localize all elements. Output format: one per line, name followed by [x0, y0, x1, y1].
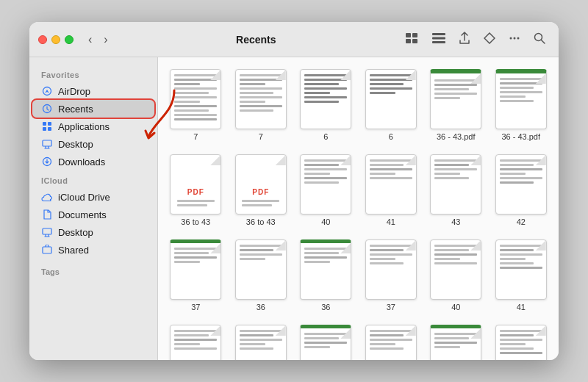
- file-label: 37: [387, 303, 395, 311]
- list-item[interactable]: 36 - 43.pdf: [426, 66, 487, 144]
- svg-point-9: [517, 37, 520, 39]
- list-item[interactable]: 36: [295, 237, 356, 314]
- list-item[interactable]: 7: [165, 66, 226, 144]
- file-thumbnail: [170, 69, 221, 129]
- list-item[interactable]: 37: [361, 237, 422, 314]
- sidebar-item-desktop-icloud-label: Desktop: [58, 227, 93, 238]
- sidebar-item-downloads-label: Downloads: [58, 156, 105, 167]
- list-item[interactable]: 40: [295, 151, 356, 229]
- applications-icon: [41, 120, 53, 132]
- file-thumbnail: [430, 325, 481, 360]
- file-label: 6: [323, 132, 328, 141]
- file-label: 36 - 43.pdf: [501, 132, 540, 141]
- file-label: 36: [257, 303, 265, 311]
- file-thumbnail: [365, 239, 417, 300]
- list-item[interactable]: PDF 36 to 43: [165, 151, 226, 229]
- list-item[interactable]: 7: [231, 66, 292, 144]
- list-item[interactable]: 36: [231, 237, 292, 314]
- toolbar-actions: [401, 29, 550, 51]
- file-label: 42: [517, 217, 526, 226]
- list-item[interactable]: 38: [295, 322, 356, 360]
- finder-window: ‹ › Recents: [29, 22, 559, 360]
- list-item[interactable]: 42: [165, 322, 226, 360]
- file-thumbnail: [170, 325, 221, 360]
- file-thumbnail: [430, 239, 481, 300]
- list-item[interactable]: 43: [426, 151, 487, 229]
- svg-rect-4: [432, 33, 445, 35]
- svg-rect-15: [48, 122, 51, 126]
- sidebar-item-recents-label: Recents: [58, 104, 93, 115]
- sidebar-item-applications-label: Applications: [58, 121, 110, 132]
- list-item[interactable]: 42: [491, 151, 552, 229]
- fullscreen-button[interactable]: [65, 35, 74, 44]
- svg-rect-23: [43, 228, 51, 234]
- sidebar-item-desktop[interactable]: Desktop: [32, 135, 154, 153]
- titlebar: ‹ › Recents: [29, 22, 559, 57]
- file-label: 40: [451, 303, 460, 311]
- list-item[interactable]: 37: [165, 237, 226, 314]
- file-label: 7: [193, 132, 198, 141]
- svg-rect-3: [412, 39, 417, 43]
- sidebar-item-documents[interactable]: Documents: [32, 206, 154, 223]
- file-thumbnail: [300, 69, 351, 129]
- back-button[interactable]: ‹: [85, 32, 95, 48]
- share-button[interactable]: [454, 29, 475, 51]
- list-item[interactable]: PDF 36 to 43: [231, 151, 292, 229]
- file-thumbnail: PDF: [235, 154, 287, 215]
- list-item[interactable]: 41: [491, 237, 552, 314]
- svg-rect-16: [43, 127, 46, 131]
- icloud-icon: [41, 191, 53, 203]
- file-label: 43: [451, 217, 460, 226]
- shared-icon: [41, 244, 53, 256]
- favorites-label: Favorites: [29, 65, 157, 82]
- tag-button[interactable]: [479, 29, 500, 50]
- sidebar-item-airdrop[interactable]: AirDrop: [32, 82, 154, 100]
- desktop2-icon: [41, 226, 53, 238]
- file-thumbnail: [170, 239, 221, 300]
- list-item[interactable]: 43: [231, 322, 292, 360]
- view-list-button[interactable]: [428, 30, 450, 49]
- file-label: 36 - 43.pdf: [437, 132, 476, 141]
- forward-button[interactable]: ›: [101, 32, 110, 48]
- file-thumbnail: PDF: [170, 154, 221, 215]
- sidebar-item-applications[interactable]: Applications: [32, 118, 154, 135]
- svg-rect-18: [43, 140, 51, 146]
- list-item[interactable]: 6: [361, 66, 422, 144]
- sidebar-item-shared[interactable]: Shared: [32, 241, 154, 259]
- svg-rect-6: [432, 41, 445, 43]
- list-item[interactable]: 38: [426, 322, 487, 360]
- file-label: 36: [321, 303, 330, 311]
- file-label: 41: [517, 303, 526, 311]
- search-button[interactable]: [529, 29, 550, 50]
- file-label: 41: [387, 217, 395, 226]
- sidebar-item-downloads[interactable]: Downloads: [32, 153, 154, 170]
- close-button[interactable]: [38, 35, 47, 44]
- tags-label: Tags: [29, 259, 157, 279]
- window-title: Recents: [117, 34, 395, 46]
- file-thumbnail: [430, 69, 481, 129]
- list-item[interactable]: 6: [295, 66, 356, 144]
- sidebar-item-icloud-drive-label: iCloud Drive: [58, 192, 110, 203]
- list-item[interactable]: 36 - 43.pdf: [491, 66, 552, 144]
- sidebar-item-icloud-drive[interactable]: iCloud Drive: [32, 188, 154, 206]
- svg-rect-17: [48, 127, 51, 131]
- more-button[interactable]: [504, 29, 525, 50]
- file-thumbnail: [235, 69, 287, 129]
- sidebar-item-desktop-icloud[interactable]: Desktop: [32, 223, 154, 241]
- file-thumbnail: [430, 154, 481, 215]
- list-item[interactable]: 41: [361, 151, 422, 229]
- list-item[interactable]: 40: [426, 237, 487, 314]
- icloud-label: iCloud: [29, 170, 157, 188]
- list-item[interactable]: 39: [361, 322, 422, 360]
- svg-rect-14: [43, 122, 46, 126]
- airdrop-icon: [41, 85, 53, 97]
- svg-rect-27: [43, 247, 51, 253]
- sidebar-item-recents[interactable]: Recents: [32, 100, 154, 118]
- sidebar-item-airdrop-label: AirDrop: [58, 86, 90, 97]
- file-thumbnail: [365, 325, 417, 360]
- view-grid-button[interactable]: [401, 30, 423, 49]
- minimize-button[interactable]: [51, 35, 60, 44]
- file-thumbnail: [235, 239, 287, 300]
- file-thumbnail: [300, 325, 351, 360]
- list-item[interactable]: 39: [491, 322, 552, 360]
